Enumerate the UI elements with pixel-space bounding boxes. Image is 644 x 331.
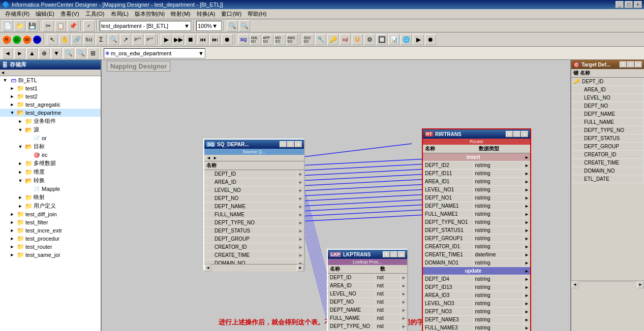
r-ins-5[interactable]: DEPT_NO1nstring► [423,194,530,202]
tb2-u[interactable]: U [352,34,363,45]
router-question[interactable]: ? [506,131,513,137]
source-close[interactable]: × [295,141,302,147]
tb2-cursor[interactable]: ↖ [47,34,58,45]
r-upd-4[interactable]: LEVEL_NO3nstring► [423,300,530,308]
lkp-row-7[interactable]: DEPT_TYPE_NOnst► [328,322,407,330]
lkp-row-2[interactable]: AREA_IDnst► [328,282,407,290]
tb2-more6[interactable]: 🌐 [401,34,412,45]
tb2-stop[interactable]: ⏹ [185,34,196,45]
nav-fit-btn[interactable]: ⊞ [87,48,99,59]
tree-item-same-join[interactable]: ► 📁 test_same_joi [0,251,101,259]
tgt-row-4[interactable]: DEPT_NO [571,102,644,110]
tb2-po[interactable]: P°° [144,34,156,45]
target-scrollbar[interactable]: ◄ ► [571,281,644,288]
tb2-ams[interactable]: AMS SO [287,34,298,45]
tree-item-dim[interactable]: ► 📁 维度 [0,168,101,176]
validate-btn[interactable]: ✓ [83,20,95,31]
r-ins-3[interactable]: AREA_ID1nstring► [423,178,530,186]
tgt-row-9[interactable]: DEPT_GROUP [571,143,644,151]
source-row-4[interactable]: DEPT_NO► [204,194,304,203]
tgt-row-10[interactable]: CREATOR_ID [571,151,644,159]
expand-test2[interactable]: ► [8,94,16,99]
tb2-sql[interactable]: sql [340,34,351,45]
r-ins-9[interactable]: DEPT_STATUS1nstring► [423,226,530,235]
source-row-3[interactable]: LEVEL_NO► [204,186,304,194]
r-ins-8[interactable]: DEPT_TYPE_NO1nstring► [423,218,530,226]
source-row-5[interactable]: DEPT_NAME► [204,203,304,211]
zoom-combo[interactable]: 100% ▼ [196,21,222,31]
menu-window[interactable]: 窗口(W) [218,10,244,18]
menu-view[interactable]: 查看(V) [57,10,82,18]
tree-item-multidim[interactable]: ► 📁 多维数据 [0,159,101,168]
zoom-in-btn[interactable]: 🔍 [227,20,238,31]
r-ins-11[interactable]: CREATOR_ID1nstring► [423,243,530,251]
nav-left-btn[interactable]: ◄ [2,48,13,59]
r-ins-4[interactable]: LEVEL_NO1nstring► [423,186,530,194]
nav-zoomin-btn[interactable]: 🔍 [63,48,74,59]
tree-item-agregatic[interactable]: ► 📁 test_agregatic [0,101,101,109]
menu-layout[interactable]: 布局(L) [108,10,132,18]
target-close[interactable]: × [635,61,642,68]
source-row-9[interactable]: DEPT_GROUP► [204,235,304,243]
tgt-row-6[interactable]: FULL_NAME [571,118,644,126]
r-upd-5[interactable]: DEPT_NO3nstring► [423,308,530,316]
source-row-7[interactable]: DEPT_TYPE_NO► [204,219,304,227]
r-ins-7[interactable]: FULL_NAME1nstring► [423,210,530,218]
tb2-play[interactable]: ▶ [161,34,172,45]
target-question[interactable]: ? [620,61,627,68]
tb2-search[interactable]: 🔍 [108,34,119,45]
menu-edit[interactable]: 编辑(E) [33,10,57,18]
router-maximize[interactable]: □ [513,131,520,137]
nav-up-btn[interactable]: ▲ [26,48,38,59]
tree-root[interactable]: ▼ 🗃 BI_ETL [0,76,101,84]
lookup-close[interactable]: × [398,251,405,257]
lkp-row-3[interactable]: LEVEL_NOnst► [328,290,407,298]
repo-combo[interactable]: test_department - [BI_ETL] ▼ [100,21,191,31]
tb2-btn-2[interactable]: D [12,35,21,44]
tb2-btn-3[interactable]: W [22,35,32,44]
tb2-back[interactable]: ⏮ [197,34,208,45]
tree-item-userdef[interactable]: ► 📁 用户定义 [0,202,101,210]
router-group-update[interactable]: update ► [423,267,530,275]
r-upd-7[interactable]: FULL_NAME3nstring► [423,324,530,331]
paste-btn[interactable]: 📌 [67,20,78,31]
canvas-area[interactable]: Napping Designer [102,60,570,331]
tb2-sq[interactable]: SQ [238,34,249,45]
new-btn[interactable]: 📄 [2,20,13,31]
tgt-row-12[interactable]: DOMAIN_NO [571,167,644,175]
source-body[interactable]: DEPT_ID► AREA_ID► LEVEL_NO► DEPT_NO► DEP… [204,170,304,264]
tb2-app[interactable]: APP SO [262,34,273,45]
tree-item-router[interactable]: ► 📁 test_router [0,243,101,251]
menu-transform[interactable]: 转换(A) [194,10,219,18]
r-upd-3[interactable]: AREA_ID3nstring► [423,291,530,300]
tree-item-ec[interactable]: 🎯 ec [0,151,101,159]
r-ins-6[interactable]: DEPT_NAME1nstring► [423,202,530,210]
router-body[interactable]: insert ► DEPT_ID2nstring► DEPT_ID11nstri… [423,153,530,331]
lookup-question[interactable]: ? [383,251,390,257]
r-ins-12[interactable]: CREATE_TIME1date/time► [423,251,530,259]
router-close[interactable]: × [521,131,528,137]
tree-item-test2[interactable]: ► 📁 test2 [0,92,101,101]
nav-center-btn[interactable]: ⊕ [39,48,50,59]
nav-zoomout-btn[interactable]: 🔍 [75,48,86,59]
zoom-out-btn[interactable]: 🔍 [239,20,250,31]
source-row-1[interactable]: DEPT_ID► [204,170,304,178]
cut-btn[interactable]: ✂ [43,20,54,31]
tb2-more2[interactable]: 🔑 [327,34,339,45]
lkp-row-6[interactable]: FULL_NAMEnst► [328,314,407,322]
lkp-row-1[interactable]: DEPT_IDnst► [328,274,407,282]
r-ins-13[interactable]: DOMAIN_NO1nstring► [423,259,530,267]
tb2-play2[interactable]: ▶▶ [173,34,184,45]
save-btn[interactable]: 💾 [26,20,38,31]
tb2-link[interactable]: 🔗 [71,34,82,45]
expand-root[interactable]: ▼ [1,78,9,83]
menu-mapping[interactable]: 映射(M) [168,10,194,18]
tgt-row-5[interactable]: DEPT_NAME [571,110,644,118]
close-btn[interactable]: × [634,1,642,8]
source-row-12[interactable]: DOMAIN_NO► [204,259,304,264]
copy-btn[interactable]: 📋 [55,20,66,31]
tree-item-test1[interactable]: ► 📁 test1 [0,84,101,92]
tb2-more8[interactable]: ⏺ [425,34,436,45]
tb2-more1[interactable]: 🔧 [315,34,326,45]
source-row-2[interactable]: AREA_ID► [204,178,304,186]
